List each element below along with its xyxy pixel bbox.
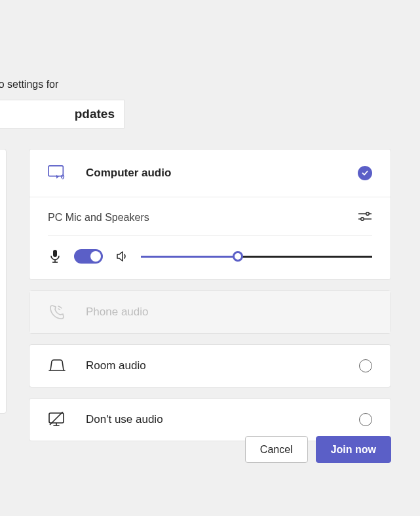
device-row[interactable]: PC Mic and Speakers xyxy=(48,210,372,236)
room-audio-option[interactable]: Room audio xyxy=(29,345,391,387)
svg-point-4 xyxy=(361,218,364,221)
svg-rect-5 xyxy=(53,250,57,257)
audio-controls-row xyxy=(48,236,372,264)
device-settings-icon[interactable] xyxy=(358,210,372,225)
slider-track xyxy=(141,256,372,258)
join-now-button[interactable]: Join now xyxy=(316,436,391,463)
device-subsection: PC Mic and Speakers xyxy=(29,197,391,279)
computer-audio-icon xyxy=(48,164,66,182)
microphone-icon[interactable] xyxy=(48,249,62,264)
computer-audio-label: Computer audio xyxy=(86,167,358,180)
room-audio-card: Room audio xyxy=(29,344,391,387)
slider-fill xyxy=(141,256,238,258)
settings-prompt: d video settings for xyxy=(0,79,58,90)
slider-thumb[interactable] xyxy=(233,251,243,262)
room-audio-label: Room audio xyxy=(86,359,359,372)
phone-icon xyxy=(48,303,66,321)
audio-options-panel: Computer audio PC Mic and Speakers xyxy=(29,149,391,452)
no-audio-option[interactable]: Don't use audio xyxy=(29,399,391,441)
phone-audio-card: Phone audio xyxy=(29,290,391,334)
device-name-label: PC Mic and Speakers xyxy=(48,212,149,224)
room-radio[interactable] xyxy=(359,359,372,372)
computer-audio-card: Computer audio PC Mic and Speakers xyxy=(29,149,391,280)
speaker-icon[interactable] xyxy=(115,249,129,264)
room-icon xyxy=(48,357,66,375)
selected-check-icon xyxy=(358,166,372,180)
video-preview-panel xyxy=(0,149,7,414)
toggle-knob xyxy=(90,251,101,262)
phone-audio-option: Phone audio xyxy=(29,291,391,333)
volume-slider[interactable] xyxy=(141,250,372,263)
no-audio-card: Don't use audio xyxy=(29,398,391,441)
no-audio-radio[interactable] xyxy=(359,413,372,426)
no-audio-label: Don't use audio xyxy=(86,413,359,426)
no-audio-icon xyxy=(48,410,66,429)
cancel-button[interactable]: Cancel xyxy=(245,436,308,463)
svg-rect-0 xyxy=(48,166,63,176)
meeting-name-input[interactable]: pdates xyxy=(0,100,124,129)
footer-buttons: Cancel Join now xyxy=(245,436,391,463)
svg-point-2 xyxy=(366,212,370,216)
mic-toggle[interactable] xyxy=(74,249,103,264)
computer-audio-option[interactable]: Computer audio xyxy=(29,149,391,197)
phone-audio-label: Phone audio xyxy=(86,306,372,319)
